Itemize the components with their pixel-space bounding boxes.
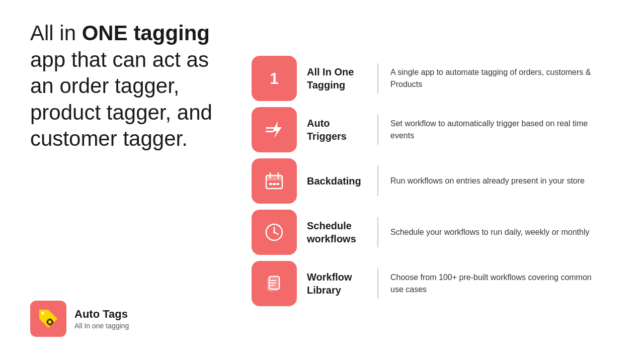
schedule-icon — [263, 221, 286, 244]
svg-rect-4 — [49, 324, 50, 325]
feature-icon-schedule — [252, 210, 297, 255]
auto-triggers-icon — [263, 118, 286, 141]
svg-rect-9 — [266, 131, 274, 132]
svg-point-21 — [273, 231, 275, 233]
svg-rect-5 — [46, 321, 48, 322]
workflow-library-icon — [263, 272, 286, 295]
app-info: Auto Tags All In one tagging — [74, 308, 129, 330]
left-panel: All in ONE tagging app that can act as a… — [30, 10, 252, 352]
right-panel: 1 All In One Tagging A single app to aut… — [252, 10, 614, 352]
svg-rect-17 — [276, 183, 279, 185]
headline-text2: app that can act as an order tagger, pro… — [30, 48, 212, 151]
feature-icon-auto-triggers — [252, 107, 297, 152]
feature-title-3: Backdating — [297, 174, 377, 188]
feature-icon-all-in-one: 1 — [252, 56, 297, 101]
feature-title-2: Auto Triggers — [297, 117, 377, 143]
feature-desc-5: Choose from 100+ pre-built workflows cov… — [378, 272, 614, 296]
svg-point-2 — [48, 320, 51, 323]
main-container: All in ONE tagging app that can act as a… — [0, 0, 644, 362]
feature-title-1: All In One Tagging — [297, 65, 377, 92]
number-1-icon: 1 — [263, 67, 286, 90]
app-tagline: All In one tagging — [74, 322, 129, 330]
svg-rect-12 — [266, 175, 282, 180]
svg-text:1: 1 — [270, 69, 279, 87]
svg-point-0 — [41, 312, 44, 315]
backdating-icon — [263, 169, 286, 193]
svg-marker-10 — [273, 121, 282, 138]
feature-row-1: 1 All In One Tagging A single app to aut… — [252, 56, 614, 101]
svg-rect-16 — [273, 183, 276, 185]
svg-rect-3 — [49, 318, 50, 320]
feature-desc-3: Run workflows on entries already present… — [378, 175, 614, 187]
app-logo-icon — [36, 307, 60, 331]
headline-text1: All in — [30, 21, 82, 45]
headline-bold: ONE tagging — [82, 21, 210, 45]
feature-title-5: Workflow Library — [297, 270, 377, 297]
feature-row-5: Workflow Library Choose from 100+ pre-bu… — [252, 261, 614, 306]
feature-title-4: Schedule workflows — [297, 219, 377, 245]
svg-rect-23 — [268, 278, 278, 291]
headline: All in ONE tagging app that can act as a… — [30, 20, 231, 152]
feature-row-3: Backdating Run workflows on entries alre… — [252, 158, 614, 204]
feature-icon-backdating — [252, 158, 297, 204]
app-branding: Auto Tags All In one tagging — [30, 301, 231, 337]
feature-desc-1: A single app to automate tagging of orde… — [378, 66, 614, 90]
feature-row-4: Schedule workflows Schedule your workflo… — [252, 210, 614, 255]
app-logo — [30, 301, 66, 337]
svg-rect-15 — [269, 183, 272, 185]
svg-rect-6 — [52, 321, 53, 322]
feature-desc-2: Set workflow to automatically trigger ba… — [378, 118, 614, 142]
feature-icon-workflow-library — [252, 261, 297, 306]
feature-row-2: Auto Triggers Set workflow to automatica… — [252, 107, 614, 152]
app-name: Auto Tags — [74, 308, 129, 321]
feature-desc-4: Schedule your workflows to run daily, we… — [378, 226, 614, 238]
